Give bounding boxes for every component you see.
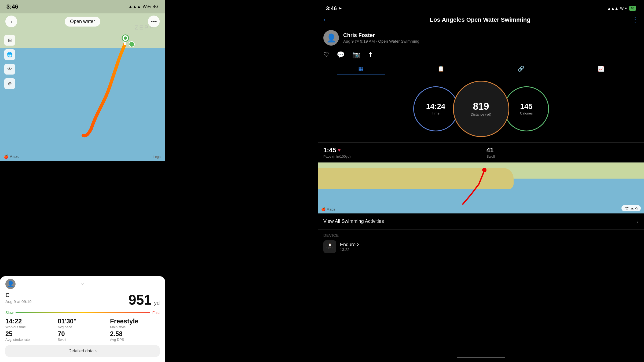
tab-chart-icon: 📈 [598,65,605,72]
back-button[interactable]: ‹ [5,16,17,27]
pace-swolf-row: 1:45 ♥ Pace (min/100yd) 41 Swolf [318,142,644,162]
svg-point-2 [129,42,134,47]
left-status-bar: 3:46 ▲▲▲ WiFi 4G [0,0,165,13]
swolf-label: Swolf [486,154,639,158]
action-row: ♡ 💬 📷 ⬆ [318,49,644,62]
signal-icon: ▲▲▲ [128,4,141,9]
metrics-row: 14:24 Time 819 Distance (yd) 145 Calorie… [318,75,644,142]
user-avatar-small: 👤 [5,279,16,289]
user-meta: Aug 9 @ 9:19 AM · Open Water Swimming [343,39,419,43]
right-battery: 46 [629,6,636,11]
more-button[interactable]: ••• [148,16,160,27]
map-right: 🍎 Maps 72° ☁ -5 [318,162,644,213]
left-phone: 3:46 ▲▲▲ WiFi 4G ZEPP [0,0,165,362]
right-status-icons: ▲▲▲ WiFi 46 [607,6,636,11]
tab-chart[interactable]: 📈 [561,62,641,75]
device-section: DEVICE ⌚10:10 Enduro 2 13.22 [318,230,644,253]
map-area: ZEPP ‹ Open water ••• [0,0,165,161]
wifi-right-icon: WiFi [620,6,628,10]
right-more-button[interactable]: ⋮ [632,16,639,24]
device-avatar: ⌚10:10 [323,240,336,253]
pace-label: Pace (min/100yd) [323,154,475,158]
card-distance: 951 [129,292,152,308]
calories-value: 145 [520,103,533,110]
scroll-indicator [457,357,505,358]
signal-right-icon: ▲▲▲ [607,6,619,10]
user-row: 👤 Chris Foster Aug 9 @ 9:19 AM · Open Wa… [318,26,644,49]
camera-icon[interactable]: 📷 [352,51,360,58]
bottom-card: 👤 ⌄ C Aug 9 at 09:19 951 yd Slow Fast 14… [0,276,165,362]
apple-logo-right: 🍎 [321,207,325,211]
calories-circle: 145 Calories [504,86,549,131]
eye-icon[interactable]: 👁 [4,64,15,75]
time-circle: 14:24 Time [413,86,458,131]
map-weather-badge: 72° ☁ -5 [621,205,641,211]
pace-value: 1:45 [323,146,336,154]
chevron-right-icon: › [95,349,97,353]
swolf-item: 41 Swolf [481,143,644,162]
card-chevron-icon: ⌄ [80,280,85,286]
tab-row: ▦ 📋 🔗 📈 [318,62,644,75]
view-all-row[interactable]: View All Swimming Activities › [318,213,644,230]
weather-temp: 72° [624,206,630,210]
wifi-icon: WiFi [143,4,151,9]
tab-notes-icon: 📋 [438,65,444,72]
tab-notes[interactable]: 📋 [401,62,481,75]
right-nav: ‹ Los Angeles Open Water Swimming ⋮ [318,13,644,26]
calories-label: Calories [520,111,533,115]
time-value: 14:24 [426,103,445,110]
distance-label: Distance (yd) [471,112,491,116]
user-name: Chris Foster [343,32,419,38]
pace-fast-label: Fast [152,311,160,315]
distance-value: 819 [473,102,489,111]
stat-swolf: 70 Swolf [58,330,107,342]
swolf-value: 41 [486,146,494,154]
tab-link[interactable]: 🔗 [481,62,561,75]
map-apple-watermark: 🍎 Maps [321,207,335,211]
card-user-initial: C [5,292,32,299]
pace-item: 1:45 ♥ Pace (min/100yd) [318,143,481,162]
right-phone: 3:46 ➤ ▲▲▲ WiFi 46 ‹ Los Angeles Open Wa… [318,0,644,362]
stat-avg-pace: 01'30" Avg pace [58,317,107,329]
right-back-button[interactable]: ‹ [323,16,325,23]
user-info: Chris Foster Aug 9 @ 9:19 AM · Open Wate… [343,32,419,43]
tab-stats[interactable]: ▦ [321,62,401,75]
pace-bar [16,312,150,313]
left-status-icons: ▲▲▲ WiFi 4G [128,4,159,9]
stat-stroke-rate: 25 Avg. stroke rate [5,330,55,342]
device-label: DEVICE [323,233,639,238]
card-date: Aug 9 at 09:19 [5,299,32,304]
map-right-route [318,162,644,213]
stat-avg-dps: 2.58 Avg DPS [110,330,160,342]
view-all-chevron-icon: › [637,218,639,224]
detailed-data-button[interactable]: Detailed data › [5,345,160,357]
time-label: Time [432,111,439,115]
comment-icon[interactable]: 💬 [337,51,345,58]
device-row: ⌚10:10 Enduro 2 13.22 [323,240,639,253]
map-nav: ‹ Open water ••• [0,13,165,29]
distance-circle: 819 Distance (yd) [453,81,509,137]
cloud-icon: ☁ [630,206,634,210]
right-time: 3:46 ➤ [326,5,342,12]
card-unit: yd [154,300,160,306]
weather-num: -5 [635,206,638,210]
like-icon[interactable]: ♡ [323,51,329,58]
map-side-icons: ⊞ 🌐 👁 ⊕ [4,35,15,89]
stats-grid: 14:22 Workout time 01'30" Avg pace Frees… [5,317,160,342]
pace-bar-row: Slow Fast [5,311,160,315]
heart-rate-icon: ♥ [338,147,341,153]
svg-point-3 [482,168,486,172]
layers-icon[interactable]: ⊞ [4,35,15,46]
tab-link-icon: 🔗 [518,65,524,72]
share-icon[interactable]: ⬆ [368,51,373,58]
right-nav-title: Los Angeles Open Water Swimming [328,16,632,23]
device-name: Enduro 2 [340,242,360,248]
card-top-row: C Aug 9 at 09:19 951 yd [5,292,160,308]
right-status-bar: 3:46 ➤ ▲▲▲ WiFi 46 [318,0,644,13]
legal-text: Legal [153,155,161,159]
right-user-avatar: 👤 [323,30,339,46]
location-icon[interactable]: ⊕ [4,78,15,89]
apple-logo-left: 🍎 [4,154,8,159]
pace-slow-label: Slow [5,311,13,315]
globe-icon[interactable]: 🌐 [4,49,15,60]
